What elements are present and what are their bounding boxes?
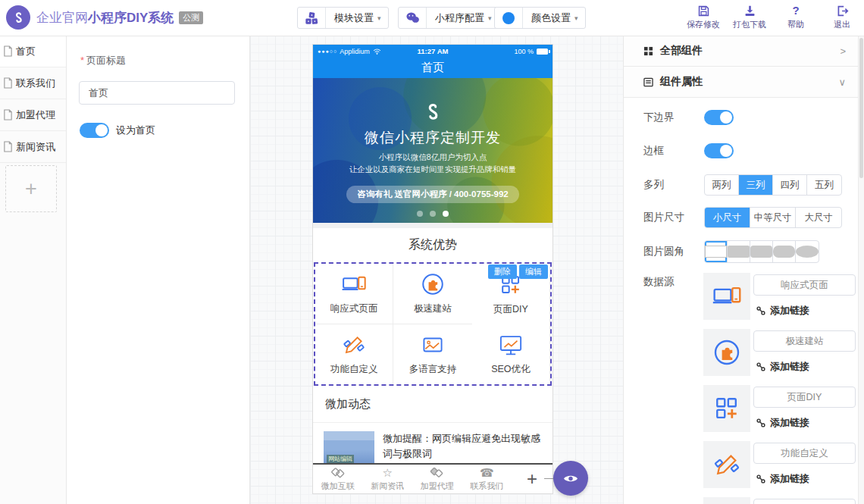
header-actions: 保存修改 打包下载 ? 帮助 退出 bbox=[684, 4, 861, 30]
design-canvas: ●●●○○ Applidium 11:27 AM 100 % 首页 微信小程序定… bbox=[250, 36, 623, 504]
datasource-icon-box bbox=[703, 497, 750, 504]
news-thumbnail: 网站编辑 bbox=[324, 431, 374, 465]
monitor-icon bbox=[712, 281, 742, 311]
datasource-item-responsive: 添加链接 bbox=[703, 273, 855, 320]
sidebar-item-news[interactable]: 新闻资讯 bbox=[0, 131, 66, 163]
datasource-item-page-diy: 添加链接 bbox=[703, 385, 855, 432]
chevron-down-icon: ∨ bbox=[838, 77, 846, 88]
datasource-title-input[interactable] bbox=[753, 387, 856, 408]
sidebar-item-contact[interactable]: 联系我们 bbox=[0, 67, 66, 99]
tab-add-button[interactable]: + bbox=[512, 465, 553, 493]
logo-text-bold: 小程序DIY系统 bbox=[88, 9, 174, 27]
set-home-toggle[interactable] bbox=[80, 123, 109, 138]
columns-option-5[interactable]: 五列 bbox=[807, 175, 841, 195]
page-title-input[interactable] bbox=[79, 81, 235, 105]
size-option-large[interactable]: 大尺寸 bbox=[796, 208, 841, 227]
datasource-icon-box bbox=[703, 385, 750, 432]
logo-s-glyph bbox=[12, 11, 25, 25]
carousel-dot[interactable] bbox=[417, 211, 423, 217]
add-page-button[interactable]: + bbox=[5, 165, 57, 212]
module-settings-button[interactable]: 模块设置 ▾ bbox=[297, 7, 389, 29]
save-button[interactable]: 保存修改 bbox=[684, 4, 722, 30]
add-link-button[interactable]: 添加链接 bbox=[756, 360, 809, 374]
phone-nav-bar: 首页 bbox=[313, 58, 553, 78]
help-button[interactable]: ? 帮助 bbox=[777, 4, 815, 30]
radius-option-round[interactable] bbox=[773, 241, 796, 262]
radius-option-none-selected[interactable] bbox=[705, 241, 728, 262]
sidebar-item-label: 新闻资讯 bbox=[16, 140, 55, 154]
size-option-medium[interactable]: 中等尺寸 bbox=[750, 208, 796, 227]
color-settings-button[interactable]: 颜色设置 ▾ bbox=[494, 7, 586, 29]
grid-item-multilanguage[interactable]: 多语言支持 bbox=[393, 324, 471, 385]
phone-nav-title: 首页 bbox=[421, 61, 444, 75]
all-components-header[interactable]: 全部组件 > bbox=[624, 36, 858, 67]
download-button[interactable]: 打包下载 bbox=[731, 4, 769, 30]
datasource-title-input[interactable] bbox=[753, 499, 856, 504]
inspector-panel: 全部组件 > 组件属性 ∨ 下边界 边框 多列 两列 三列 四列 五列 图片尺寸… bbox=[623, 36, 858, 504]
grid-item-responsive[interactable]: 响应式页面 bbox=[315, 264, 393, 324]
news-list-item[interactable]: 网站编辑 微加提醒：网页编辑应避免出现敏感词与极限词 bbox=[313, 423, 553, 465]
link-icon bbox=[756, 418, 765, 427]
sidebar-item-label: 加盟代理 bbox=[16, 108, 55, 122]
section-divider bbox=[313, 223, 553, 228]
add-link-button[interactable]: 添加链接 bbox=[756, 416, 809, 430]
component-properties-header[interactable]: 组件属性 ∨ bbox=[624, 67, 858, 98]
advantage-section-title: 系统优势 bbox=[313, 228, 553, 262]
page-title-label: *页面标题 bbox=[80, 54, 126, 67]
edit-button[interactable]: 编辑 bbox=[519, 265, 548, 279]
app-logo: 企业官网小程序DIY系统 公测 bbox=[6, 5, 203, 30]
border-toggle[interactable] bbox=[704, 143, 734, 158]
tab-weijia[interactable]: 微加互联 bbox=[313, 467, 363, 492]
delete-button[interactable]: 删除 bbox=[488, 265, 517, 279]
radius-option-circle[interactable] bbox=[796, 241, 819, 262]
radius-option-slight[interactable] bbox=[728, 241, 750, 262]
preview-eye-button[interactable] bbox=[553, 461, 588, 496]
wechat-icon bbox=[399, 8, 427, 28]
diamonds-icon bbox=[430, 467, 445, 480]
icon-grid-component-selected[interactable]: 删除 编辑 响应式页面 极速建站 页面DIY 功能自定义 多语言支持 bbox=[314, 262, 552, 386]
carousel-dot-active[interactable] bbox=[443, 211, 449, 217]
sidebar-item-label: 首页 bbox=[16, 45, 36, 58]
link-icon bbox=[756, 362, 765, 371]
datasource-item-custom-function: 添加链接 bbox=[703, 441, 855, 488]
grid-item-seo[interactable]: SEO优化 bbox=[472, 324, 550, 385]
page-settings-panel: *页面标题 设为首页 bbox=[67, 36, 250, 504]
banner-cta-pill: 咨询有礼 送官网小程序 / 400-0755-992 bbox=[346, 186, 518, 203]
list-icon bbox=[643, 77, 653, 87]
carousel-dot[interactable] bbox=[430, 211, 436, 217]
pencil-icon bbox=[341, 332, 367, 358]
columns-option-4[interactable]: 四列 bbox=[773, 175, 807, 195]
columns-option-3-selected[interactable]: 三列 bbox=[739, 175, 773, 195]
required-mark: * bbox=[80, 55, 84, 66]
phone-preview: ●●●○○ Applidium 11:27 AM 100 % 首页 微信小程序定… bbox=[312, 44, 553, 494]
logo-text-main: 企业官网 bbox=[36, 9, 88, 27]
banner-subtitle-2: 让企业以及商家在短时间里实现提升品牌和销量 bbox=[349, 164, 517, 175]
puzzle-icon bbox=[712, 337, 742, 368]
sidebar-item-agency[interactable]: 加盟代理 bbox=[0, 99, 66, 131]
news-item-title: 微加提醒：网页编辑应避免出现敏感词与极限词 bbox=[383, 431, 542, 465]
banner-component[interactable]: 微信小程序定制开发 小程序以微信8亿用户为切入点 让企业以及商家在短时间里实现提… bbox=[313, 78, 553, 223]
add-link-button[interactable]: 添加链接 bbox=[756, 304, 809, 318]
tab-contact[interactable]: ☎ 联系我们 bbox=[462, 467, 512, 492]
size-option-small-selected[interactable]: 小尺寸 bbox=[705, 208, 750, 227]
sidebar-item-home[interactable]: 首页 bbox=[0, 36, 66, 67]
pencil-icon bbox=[712, 449, 742, 480]
beta-badge: 公测 bbox=[179, 11, 203, 24]
exit-icon bbox=[836, 4, 849, 17]
datasource-title-input[interactable] bbox=[753, 274, 856, 296]
exit-button[interactable]: 退出 bbox=[823, 4, 861, 30]
scrollbar-thumb[interactable] bbox=[859, 38, 863, 178]
grid-item-fast-build[interactable]: 极速建站 bbox=[393, 264, 471, 324]
grid-item-custom-function[interactable]: 功能自定义 bbox=[315, 324, 393, 385]
columns-option-2[interactable]: 两列 bbox=[705, 175, 739, 195]
radius-option-rounded[interactable] bbox=[750, 241, 773, 262]
bottom-border-toggle[interactable] bbox=[704, 110, 734, 125]
add-link-button[interactable]: 添加链接 bbox=[756, 472, 809, 486]
vertical-scrollbar[interactable] bbox=[858, 36, 864, 504]
datasource-title-input[interactable] bbox=[753, 330, 856, 352]
tab-agency[interactable]: 加盟代理 bbox=[412, 467, 462, 492]
datasource-title-input[interactable] bbox=[753, 443, 856, 464]
eye-icon bbox=[563, 474, 578, 484]
tab-news[interactable]: ☆ 新闻资讯 bbox=[363, 467, 413, 492]
miniprogram-config-button[interactable]: 小程序配置 ▾ bbox=[398, 7, 499, 29]
